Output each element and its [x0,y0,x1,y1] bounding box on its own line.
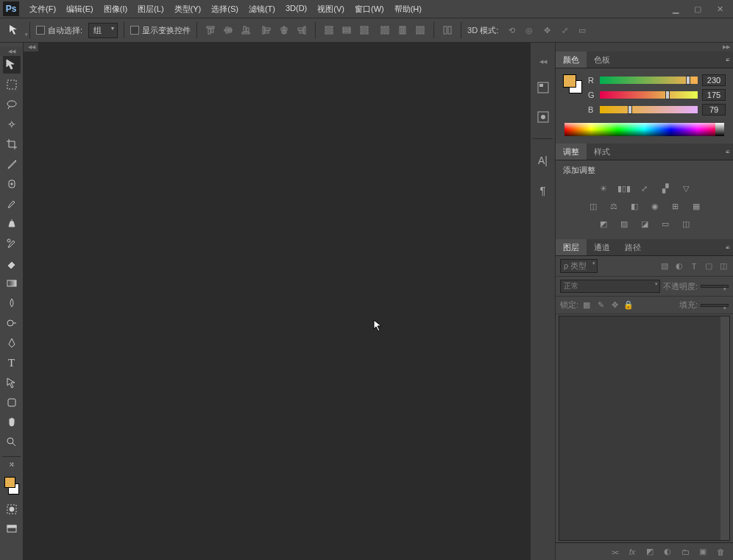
delete-layer-icon[interactable]: 🗑 [715,547,726,557]
type-tool[interactable]: T [3,354,21,372]
fill-input[interactable] [701,304,729,307]
tab-paths[interactable]: 路径 [617,239,648,255]
layer-fx-icon[interactable]: fx [627,547,637,557]
b-value[interactable]: 79 [702,104,726,116]
lock-position-icon[interactable]: ✥ [609,300,620,311]
new-layer-icon[interactable]: ▣ [698,547,708,557]
toolbox-collapse[interactable]: ◀◀ [0,47,23,56]
canvas-area[interactable]: ◀◀ [24,43,530,560]
color-panel-menu[interactable]: ▪≡ [721,57,733,63]
invert-icon[interactable]: ◩ [597,217,610,230]
layer-list[interactable] [559,316,730,541]
color-swatch-pair[interactable] [563,74,582,93]
magic-wand-tool[interactable]: ✧ [3,116,21,133]
curves-icon[interactable]: ⤢ [638,182,651,195]
color-spectrum[interactable] [564,123,724,136]
dist-vcenter-icon[interactable] [339,23,354,38]
foreground-color[interactable] [4,477,15,488]
move-tool[interactable] [3,56,21,74]
tab-layers[interactable]: 图层 [556,239,587,255]
dist-top-icon[interactable] [322,23,336,38]
dodge-tool[interactable] [3,314,21,332]
menu-layer[interactable]: 图层(L) [133,1,168,18]
menu-image[interactable]: 图像(I) [99,1,132,18]
menu-type[interactable]: 类型(Y) [170,1,206,18]
filter-shape-icon[interactable]: ▢ [704,261,714,272]
b-slider[interactable] [600,106,698,113]
g-value[interactable]: 175 [702,89,726,101]
auto-align-icon[interactable] [440,23,455,38]
auto-select-checkbox[interactable]: 自动选择: [36,25,82,36]
properties-panel-icon[interactable] [535,109,551,125]
tab-adjustments[interactable]: 调整 [556,143,587,160]
swap-colors-icon[interactable]: ⤭ [3,460,21,469]
filter-smart-icon[interactable]: ◫ [718,261,729,272]
lock-transparency-icon[interactable]: ▩ [581,300,592,311]
align-right-icon[interactable] [294,23,309,38]
current-tool-indicator[interactable] [6,23,24,38]
link-layers-icon[interactable]: ⫘ [609,547,620,557]
history-panel-icon[interactable] [535,79,551,96]
blur-tool[interactable] [3,294,21,312]
new-group-icon[interactable]: 🗀 [680,547,690,557]
zoom-tool[interactable] [3,433,21,451]
menu-edit[interactable]: 编辑(E) [62,1,98,18]
paragraph-panel-icon[interactable]: ¶ [535,182,551,198]
clone-stamp-tool[interactable] [3,215,21,233]
brightness-contrast-icon[interactable]: ☀ [597,182,610,195]
gradient-tool[interactable] [3,274,21,292]
crop-tool[interactable] [3,135,21,153]
menu-help[interactable]: 帮助(H) [390,1,426,18]
r-value[interactable]: 230 [702,74,726,86]
panels-collapse[interactable]: ▶▶ [556,43,733,52]
show-transform-checkbox[interactable]: 显示变换控件 [130,25,191,36]
shape-tool[interactable] [3,394,21,411]
tab-styles[interactable]: 样式 [587,143,617,160]
dist-right-icon[interactable] [413,23,428,38]
menu-window[interactable]: 窗口(W) [350,1,389,18]
dock-expand[interactable]: ◀◀ [531,57,555,66]
color-balance-icon[interactable]: ⚖ [607,199,620,213]
g-slider[interactable] [600,91,698,99]
new-adjustment-icon[interactable]: ◐ [662,547,673,557]
layer-filter-kind[interactable]: ρ 类型 [560,259,598,273]
pen-tool[interactable] [3,334,21,352]
gradient-map-icon[interactable]: ▭ [659,217,672,230]
foreground-background-swatch[interactable] [3,477,21,495]
selective-color-icon[interactable]: ◫ [679,217,693,230]
maximize-button[interactable]: ▢ [693,4,702,13]
blend-mode-dropdown[interactable]: 正常 [560,280,660,293]
opacity-input[interactable] [701,285,729,288]
close-button[interactable]: ✕ [715,4,724,13]
lock-pixels-icon[interactable]: ✎ [595,300,606,311]
tab-swatches[interactable]: 色板 [587,52,617,68]
character-panel-icon[interactable]: A| [535,152,551,169]
dist-bottom-icon[interactable] [357,23,372,38]
screen-mode-tool[interactable] [3,520,21,538]
doc-tab-handle[interactable]: ◀◀ [24,43,38,52]
auto-select-dropdown[interactable]: 组 [88,23,118,38]
filter-adjust-icon[interactable]: ◐ [674,261,684,272]
lasso-tool[interactable] [3,96,21,113]
dist-left-icon[interactable] [378,23,392,38]
filter-type-icon[interactable]: T [689,261,699,272]
history-brush-tool[interactable] [3,235,21,252]
menu-view[interactable]: 视图(V) [313,1,349,18]
3d-roll-icon[interactable]: ◎ [522,23,537,38]
align-bottom-icon[interactable] [238,23,253,38]
path-selection-tool[interactable] [3,374,21,391]
photo-filter-icon[interactable]: ◉ [648,199,662,213]
quick-mask-tool[interactable] [3,500,21,518]
dist-hcenter-icon[interactable] [395,23,410,38]
filter-pixel-icon[interactable]: ▧ [659,261,670,272]
levels-icon[interactable]: ▮▯▮ [617,182,631,195]
menu-3d[interactable]: 3D(D) [281,1,311,18]
tab-color[interactable]: 颜色 [556,52,587,68]
tab-channels[interactable]: 通道 [587,239,617,255]
healing-brush-tool[interactable] [3,175,21,193]
channel-mixer-icon[interactable]: ⊞ [669,199,682,213]
color-lookup-icon[interactable]: ▦ [690,199,703,213]
threshold-icon[interactable]: ◪ [638,217,651,230]
3d-pan-icon[interactable]: ✥ [539,23,554,38]
align-hcenter-icon[interactable] [277,23,291,38]
